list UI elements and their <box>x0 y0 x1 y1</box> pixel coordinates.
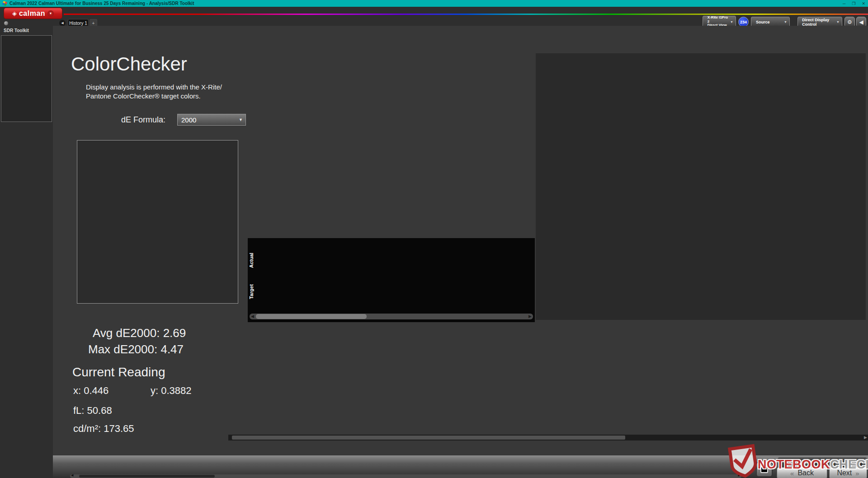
rainbow-divider <box>64 14 868 15</box>
patch-strip-scrollbar-thumb[interactable] <box>79 475 215 478</box>
maximize-button[interactable]: ❐ <box>852 1 855 6</box>
current-reading-label: Current Reading <box>72 365 165 380</box>
swatch-scrollbar-thumb[interactable] <box>256 314 367 319</box>
actual-target-swatch-viewer: Actual Target ◀ ▶ <box>248 238 535 322</box>
window-titlebar[interactable]: Calman 2022 Calman Ultimate for Business… <box>0 0 868 7</box>
skip-back-button[interactable]: ⏮ <box>786 459 794 467</box>
avg-de2000-value: Avg dE2000: 2.69 <box>93 326 186 340</box>
page-description-line1: Display analysis is performed with the X… <box>86 83 222 91</box>
close-button[interactable]: ✕ <box>862 1 865 6</box>
scroll-right-icon[interactable]: ▶ <box>864 435 867 441</box>
reading-x-value: x: 0.446 <box>73 385 108 397</box>
loop-button[interactable]: ⟳ <box>835 459 843 467</box>
page-description-line2: Pantone ColorChecker® target colors. <box>86 92 201 100</box>
play-button[interactable]: ▶ <box>802 459 810 467</box>
swatch-scrollbar[interactable]: ◀ ▶ <box>250 314 533 319</box>
page-title: ColorChecker <box>71 53 187 75</box>
reading-cdm2-value: cd/m²: 173.65 <box>73 423 134 435</box>
display-control-label: Direct Display Control <box>802 18 836 27</box>
de-formula-select[interactable]: 2000 ▼ <box>177 114 246 126</box>
gear-icon: ⚙ <box>847 19 852 25</box>
minimize-button[interactable]: ─ <box>843 1 845 6</box>
tab-scroll-left-button[interactable]: ◀ <box>59 20 66 26</box>
chevron-down-icon: ▼ <box>784 20 787 23</box>
sidebar-title: SDR Toolkit <box>4 28 29 33</box>
calman-logo-icon: ◈ <box>12 10 17 17</box>
stop-button[interactable]: ■ <box>850 459 859 467</box>
de-formula-label: dE Formula: <box>121 115 165 125</box>
back-button-label: Back <box>797 469 814 477</box>
scroll-left-icon[interactable]: ◀ <box>71 473 73 477</box>
workflow-tree <box>1 35 52 122</box>
chevron-down-icon: ▼ <box>836 20 840 23</box>
actual-row-label: Actual <box>249 244 256 276</box>
scroll-right-icon[interactable]: ▶ <box>738 473 741 477</box>
measurement-table <box>228 328 868 434</box>
skip-forward-button[interactable]: ⏭ <box>818 459 826 467</box>
calman-logo-button[interactable]: ◈ calman ▾ <box>4 8 62 19</box>
chevron-double-left-icon: « <box>790 469 794 477</box>
back-button[interactable]: « Back <box>777 467 827 478</box>
status-dot <box>4 21 8 25</box>
reading-y-value: y: 0.3882 <box>151 385 192 397</box>
reading-fl-value: fL: 50.68 <box>73 405 112 417</box>
max-de2000-value: Max dE2000: 4.47 <box>88 342 184 356</box>
source-label: Source <box>756 20 770 24</box>
target-row-label: Target <box>249 276 256 308</box>
chevron-double-right-icon: » <box>855 469 859 477</box>
calman-logo-label: calman <box>19 9 45 18</box>
scroll-right-icon[interactable]: ▶ <box>528 314 532 319</box>
table-scrollbar-thumb[interactable] <box>232 436 625 440</box>
next-button[interactable]: Next » <box>829 467 867 478</box>
meter-name: X-Rite i1Pro 2 <box>708 16 730 23</box>
chevron-down-icon: ▼ <box>730 20 733 23</box>
chevron-left-icon: ◀ <box>859 19 863 25</box>
next-button-label: Next <box>837 469 852 477</box>
table-scrollbar[interactable]: ▶ <box>228 435 868 441</box>
cie-diagram-panel <box>536 53 866 320</box>
window-title: Calman 2022 Calman Ultimate for Business… <box>9 1 194 6</box>
pattern-window-icon <box>760 466 768 473</box>
de-formula-value: 2000 <box>181 116 196 124</box>
deltae-chart <box>77 140 238 304</box>
chevron-down-icon: ▾ <box>47 10 54 17</box>
app-icon <box>2 1 8 6</box>
calman-app: Calman 2022 Calman Ultimate for Business… <box>0 0 868 478</box>
scroll-left-icon[interactable]: ◀ <box>251 314 254 319</box>
pattern-window-button[interactable] <box>756 462 773 477</box>
meter-status-bar <box>704 18 706 26</box>
source-status-bar <box>752 18 754 26</box>
display-control-status-bar <box>799 18 800 26</box>
patch-strip-scrollbar[interactable]: ◀ ▶ <box>70 474 741 478</box>
chevron-down-icon: ▼ <box>239 117 243 122</box>
